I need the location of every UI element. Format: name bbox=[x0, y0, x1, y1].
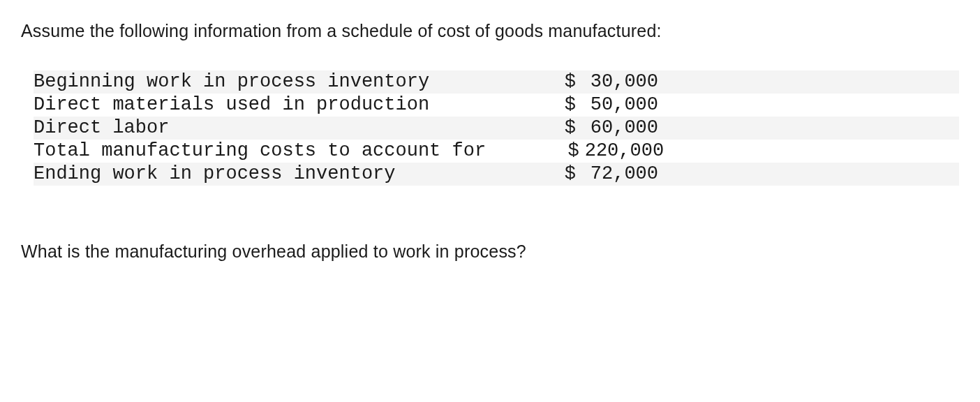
question-paragraph: What is the manufacturing overhead appli… bbox=[21, 241, 959, 262]
schedule-table: Beginning work in process inventory $ 30… bbox=[21, 70, 959, 186]
row-label: Direct labor bbox=[34, 117, 480, 139]
table-row: Beginning work in process inventory $ 30… bbox=[34, 70, 959, 94]
row-value: $ 30,000 bbox=[480, 71, 658, 93]
currency-symbol: $ bbox=[567, 140, 579, 162]
amount-value: 220,000 bbox=[585, 140, 664, 162]
intro-paragraph: Assume the following information from a … bbox=[21, 21, 959, 41]
row-label: Ending work in process inventory bbox=[34, 163, 480, 185]
currency-symbol: $ bbox=[565, 94, 576, 116]
table-row: Direct labor $ 60,000 bbox=[34, 117, 959, 140]
amount-value: 50,000 bbox=[581, 94, 658, 116]
amount-value: 30,000 bbox=[581, 71, 658, 93]
row-value: $ 60,000 bbox=[480, 117, 658, 139]
currency-symbol: $ bbox=[565, 117, 576, 139]
row-label: Total manufacturing costs to account for bbox=[34, 140, 486, 162]
row-value: $ 220,000 bbox=[486, 140, 664, 162]
row-value: $ 50,000 bbox=[480, 94, 658, 116]
currency-symbol: $ bbox=[565, 71, 576, 93]
amount-value: 60,000 bbox=[581, 117, 658, 139]
table-row: Ending work in process inventory $ 72,00… bbox=[34, 163, 959, 186]
currency-symbol: $ bbox=[565, 163, 576, 185]
amount-value: 72,000 bbox=[581, 163, 658, 185]
table-row: Direct materials used in production $ 50… bbox=[34, 94, 959, 117]
row-label: Direct materials used in production bbox=[34, 94, 480, 116]
row-value: $ 72,000 bbox=[480, 163, 658, 185]
table-row: Total manufacturing costs to account for… bbox=[34, 140, 959, 163]
row-label: Beginning work in process inventory bbox=[34, 71, 480, 93]
